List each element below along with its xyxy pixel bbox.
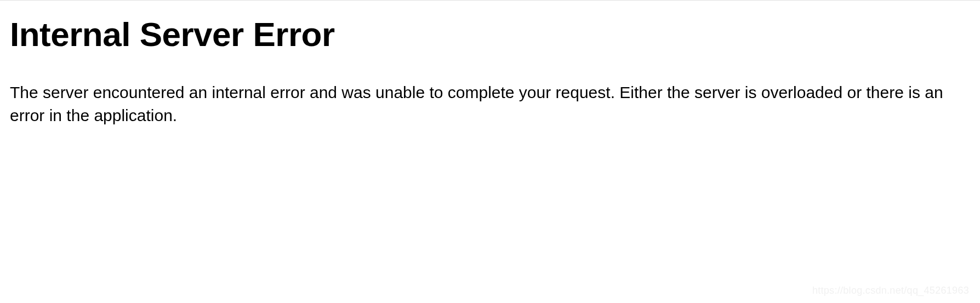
watermark-text: https://blog.csdn.net/qq_45261963	[812, 285, 969, 296]
error-message: The server encountered an internal error…	[10, 81, 964, 127]
error-title: Internal Server Error	[10, 15, 970, 54]
error-page: Internal Server Error The server encount…	[0, 1, 980, 138]
